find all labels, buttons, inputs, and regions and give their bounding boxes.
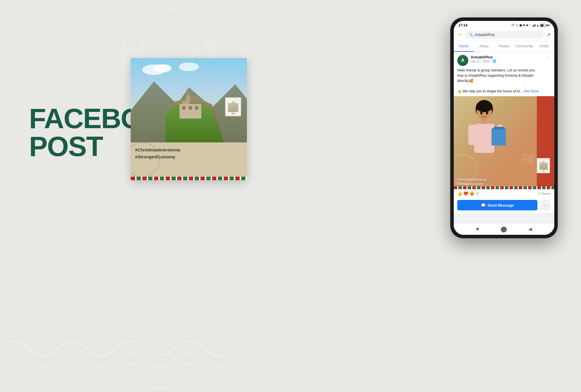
status-right: ⏰ 🔍 ▣ ✉ ⊕ ··· ▲ 63 [511, 24, 550, 27]
post-text-line2: how is ArtsakhPlus supporting Armenia & … [457, 73, 551, 78]
post-text-line3: directly.🥰 [457, 78, 551, 83]
phone-hashtag2: #StrongerEconomy [457, 182, 487, 186]
signal-bar-1 [532, 26, 533, 27]
svg-rect-14 [195, 106, 198, 110]
separator-dot: · [490, 60, 491, 63]
fb-search-bar: ← 🔍 ArtsakhPlus ↗ [454, 28, 554, 41]
post-date: Dec 27, 2020 · 🌐 [471, 59, 545, 63]
svg-rect-13 [189, 106, 192, 110]
ellipsis-icon: ··· [544, 203, 547, 207]
post-card-bottom: #ChristmasInArmenia #StrongerEconomy [131, 142, 247, 180]
phone-screen: 17:14 ⏰ 🔍 ▣ ✉ ⊕ ··· ▲ [454, 21, 554, 235]
see-more-link[interactable]: See More [524, 89, 539, 93]
more-status-icon: ··· [529, 24, 532, 27]
svg-rect-19 [474, 124, 494, 153]
phone-nav-bar: ■ ⬤ ◀ [454, 223, 554, 235]
post-header: A ArtsakhPlus Dec 27, 2020 · 🌐 ··· [454, 52, 554, 68]
status-bar: 17:14 ⏰ 🔍 ▣ ✉ ⊕ ··· ▲ [454, 21, 554, 28]
tab-community[interactable]: Community [514, 41, 534, 52]
post-text-line4: 👍 We help you to shape the future of Ar.… [457, 89, 523, 93]
fb-content: A ArtsakhPlus Dec 27, 2020 · 🌐 ··· Hello… [454, 52, 554, 223]
red-bg-block [537, 96, 554, 189]
nav-home-circle-icon[interactable]: ⬤ [501, 225, 507, 232]
status-left: 17:14 [458, 23, 467, 27]
phone-image-hashtags: #ChristmasInArmenia #StrongerEconomy [457, 178, 487, 186]
shares-count: 2 Shares [538, 192, 551, 195]
mini-stamp: 100 [225, 97, 241, 116]
globe-icon: 🌐 [492, 59, 496, 63]
svg-rect-22 [492, 128, 506, 146]
send-message-button[interactable]: 💬 Send Message [457, 200, 537, 210]
alarm-icon: ⏰ [511, 24, 514, 27]
reactions-left: 👍 ❤️ 😮 12 [457, 191, 479, 196]
love-emoji: ❤️ [463, 191, 468, 196]
svg-rect-23 [494, 127, 504, 130]
search-status-icon: 🔍 [515, 24, 519, 27]
post-meta: ArtsakhPlus Dec 27, 2020 · 🌐 [471, 55, 545, 63]
mini-stamp-text: 100 [232, 112, 235, 114]
reactions-bar: 👍 ❤️ 😮 12 2 Shares [454, 189, 554, 198]
phone-mini-stamp: 100 [537, 158, 550, 173]
status-time: 17:14 [458, 23, 467, 27]
phone-mini-stamp-building [539, 163, 548, 170]
wow-emoji: 😮 [469, 191, 474, 196]
phone-mini-stamp-label: 100 [542, 170, 545, 172]
svg-rect-20 [468, 125, 475, 145]
nav-back-triangle-icon[interactable]: ◀ [528, 226, 532, 232]
svg-point-3 [154, 64, 171, 72]
post-image: 100 #ChristmasInArmenia #StrongerEconomy [454, 96, 554, 189]
signal-bars [532, 24, 535, 27]
post-text: Hello friends & group members. Let us re… [454, 68, 554, 96]
fb-nav-tabs: Home About Photos Community Posts [454, 41, 554, 52]
post-text-line1: Hello friends & group members. Let us re… [457, 68, 551, 73]
signal-bar-4 [535, 24, 535, 27]
nav-square-icon[interactable]: ■ [476, 226, 479, 232]
post-card-image: 100 [131, 58, 247, 142]
search-icon: 🔍 [469, 33, 473, 37]
tab-home[interactable]: Home [454, 41, 474, 52]
search-input-container[interactable]: 🔍 ArtsakhPlus [465, 31, 544, 39]
card-border-decoration [131, 177, 247, 180]
post-card: 100 #ChristmasInArmenia #StrongerEconomy [131, 58, 247, 180]
search-query: ArtsakhPlus [475, 33, 495, 37]
phone-image-border [454, 186, 554, 189]
page-name: ArtsakhPlus [471, 55, 545, 59]
like-emoji: 👍 [457, 191, 462, 196]
more-options-button[interactable]: ··· [540, 200, 551, 210]
send-message-row: 💬 Send Message ··· [454, 198, 554, 213]
signal-bar-3 [534, 24, 535, 27]
wave-decoration [0, 305, 232, 392]
svg-point-25 [486, 112, 488, 114]
battery-percent: 63 [547, 24, 550, 27]
phone-stamp-lines [521, 153, 534, 166]
battery-icon [540, 24, 546, 27]
svg-rect-18 [482, 120, 486, 124]
messenger-icon: 💬 [481, 203, 486, 207]
tab-photos[interactable]: Photos [494, 41, 514, 52]
reactions-count: 12 [476, 192, 479, 195]
back-button[interactable]: ← [457, 32, 462, 38]
mail-icon: ✉ [523, 24, 525, 27]
svg-rect-9 [182, 101, 190, 104]
share-button[interactable]: ↗ [546, 32, 551, 38]
screen-icon: ▣ [519, 24, 522, 27]
phone-mockup: 17:14 ⏰ 🔍 ▣ ✉ ⊕ ··· ▲ [450, 17, 558, 238]
signal-bar-2 [533, 25, 534, 27]
wifi-icon: ▲ [536, 24, 539, 27]
mini-stamp-building [228, 103, 238, 112]
tab-about[interactable]: About [474, 41, 494, 52]
avatar: A [457, 55, 468, 66]
pinterest-icon: ⊕ [526, 24, 528, 27]
send-button-label: Send Message [487, 203, 514, 207]
svg-point-4 [179, 62, 199, 71]
phone-hashtag1: #ChristmasInArmenia [457, 178, 487, 182]
svg-rect-10 [186, 95, 191, 101]
post-more-button[interactable]: ··· [547, 55, 551, 60]
fb-post: A ArtsakhPlus Dec 27, 2020 · 🌐 ··· Hello… [454, 52, 554, 213]
tab-posts[interactable]: Posts [534, 41, 554, 52]
battery-fill [541, 24, 544, 26]
svg-point-17 [476, 101, 492, 112]
date-text: Dec 27, 2020 [471, 60, 489, 63]
svg-rect-12 [182, 106, 185, 110]
svg-point-24 [480, 112, 483, 114]
